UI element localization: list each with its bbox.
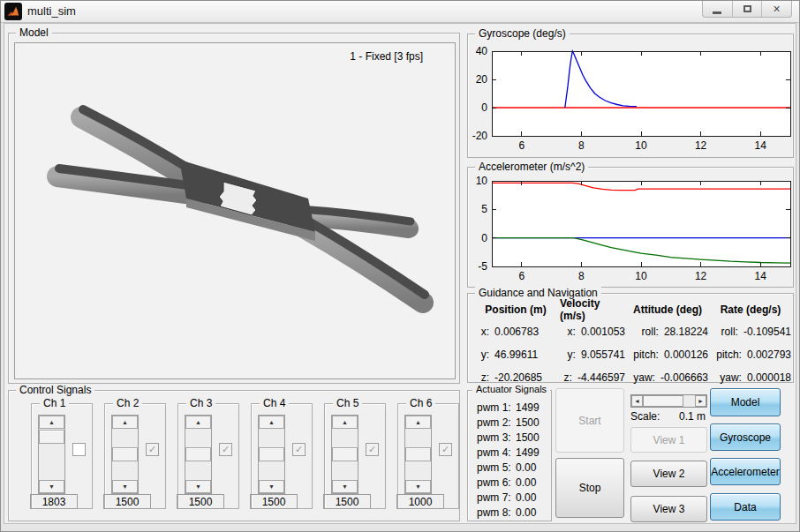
slider-down-button[interactable]: ▼ [405,480,431,493]
slider-down-button[interactable]: ▼ [39,480,64,493]
velocity-column: Velocity (m/s) x:0.001053 y:9.055741 z:-… [560,299,625,378]
slider-down-button[interactable]: ▼ [112,480,138,493]
start-button[interactable]: Start [555,388,624,453]
check-icon: ✓ [148,444,156,455]
channel-4-checkbox[interactable]: ✓ [292,443,306,456]
svg-text:8: 8 [578,270,585,282]
slider-thumb[interactable] [185,447,211,461]
slider-trough[interactable] [185,429,211,480]
slider-trough[interactable] [259,429,284,480]
slider-up-button[interactable]: ▲ [259,416,284,429]
channel-3-slider[interactable]: ▲ ▼ [185,415,212,494]
svg-text:-5: -5 [478,260,487,273]
minimize-button[interactable] [703,1,733,17]
scrollbar-thumb[interactable] [643,395,683,407]
svg-text:6: 6 [518,139,525,152]
scroll-left-button[interactable]: ◄ [631,395,643,407]
value-row: yaw:-0.006663 [627,366,708,389]
slider-thumb[interactable] [259,447,284,461]
slider-thumb[interactable] [39,430,64,444]
scale-scrollbar[interactable]: ◄ ► [630,394,707,408]
svg-text:10: 10 [635,139,647,152]
slider-thumb[interactable] [405,447,431,461]
maximize-button[interactable] [733,1,763,17]
value-row: x:0.006783 [475,320,556,343]
channel-6-slider[interactable]: ▲ ▼ [404,415,432,494]
slider-trough[interactable] [332,429,358,480]
slider-thumb[interactable] [332,447,358,461]
channel-group-6: Ch 6 ▲ ▼ ✓ 1000 [397,403,459,509]
model-annotation: 1 - Fixed [3 fps] [350,50,423,63]
channel-2-slider[interactable]: ▲ ▼ [111,415,139,494]
channel-6-value: 1000 [396,494,444,509]
accelerometer-button[interactable]: Accelerometer [710,458,781,485]
model-3d-view[interactable]: 1 - Fixed [3 fps] [14,42,456,379]
value-row: pitch:0.000126 [627,343,708,366]
view-3-button[interactable]: View 3 [630,496,707,522]
svg-text:6: 6 [518,270,525,282]
channel-group-2: Ch 2 ▲ ▼ ✓ 1500 [104,403,166,509]
svg-text:40: 40 [476,45,488,57]
arrow-up-icon: ▲ [342,419,348,425]
column-header: Velocity (m/s) [560,299,625,320]
svg-text:14: 14 [755,270,767,282]
arrow-left-icon: ◄ [634,398,640,404]
channel-3-checkbox[interactable]: ✓ [219,443,232,456]
close-button[interactable]: × [762,1,791,17]
actuator-signals-panel: Actuator Signals pwm 1:1499 pwm 2:1500 p… [467,390,552,521]
view-1-button[interactable]: View 1 [630,427,707,453]
scale-row: Scale: 0.1 m [630,410,707,422]
slider-trough[interactable] [112,429,138,480]
title-bar[interactable]: multi_sim × [1,1,799,23]
pwm-row: pwm 7:0.00 [468,491,551,506]
check-icon: ✓ [442,444,449,455]
slider-up-button[interactable]: ▲ [112,416,138,429]
pwm-row: pwm 5:0.00 [468,461,551,476]
channel-1-slider[interactable]: ▲ ▼ [38,415,65,494]
control-signals-title: Control Signals [16,384,94,396]
channel-5-checkbox[interactable]: ✓ [366,443,379,456]
svg-text:12: 12 [695,139,707,152]
column-header: Attitude (deg) [627,299,708,320]
pwm-row: pwm 6:0.00 [468,476,551,491]
model-panel-title: Model [16,26,52,39]
channel-6-checkbox[interactable]: ✓ [439,443,452,456]
check-icon: ✓ [295,444,303,455]
scale-label: Scale: [630,410,660,423]
slider-trough[interactable] [39,429,64,480]
value-row: x:0.001053 [560,320,625,343]
pwm-row: pwm 2:1500 [468,416,551,431]
scale-value: 0.1 m [679,410,706,423]
svg-text:20: 20 [476,73,488,86]
view-2-button[interactable]: View 2 [630,461,707,487]
channel-5-slider[interactable]: ▲ ▼ [331,415,358,494]
matlab-icon [4,3,22,20]
svg-text:0: 0 [481,232,487,244]
arrow-down-icon: ▼ [342,483,348,490]
slider-thumb[interactable] [112,447,138,461]
stop-button[interactable]: Stop [555,458,624,518]
slider-up-button[interactable]: ▲ [332,416,358,429]
slider-down-button[interactable]: ▼ [185,480,211,493]
arrow-up-icon: ▲ [268,419,275,425]
gyroscope-button[interactable]: Gyroscope [710,423,781,451]
slider-up-button[interactable]: ▲ [185,416,211,429]
slider-up-button[interactable]: ▲ [405,416,431,429]
slider-trough[interactable] [405,429,431,480]
channel-label: Ch 3 [186,397,215,409]
slider-down-button[interactable]: ▼ [259,480,284,493]
gyroscope-chart: 68101214-2002040 [470,44,793,157]
channel-1-checkbox[interactable] [72,443,86,456]
svg-text:12: 12 [695,270,707,282]
svg-text:8: 8 [578,139,585,152]
model-button[interactable]: Model [710,388,781,416]
channel-4-slider[interactable]: ▲ ▼ [258,415,285,494]
scroll-right-button[interactable]: ► [695,395,706,407]
channel-5-value: 1500 [323,494,371,509]
channel-label: Ch 4 [260,397,289,409]
slider-down-button[interactable]: ▼ [332,480,358,493]
channel-2-checkbox[interactable]: ✓ [146,443,159,456]
slider-up-button[interactable]: ▲ [39,416,64,429]
channel-label: Ch 6 [406,397,435,409]
data-button[interactable]: Data [710,493,781,521]
